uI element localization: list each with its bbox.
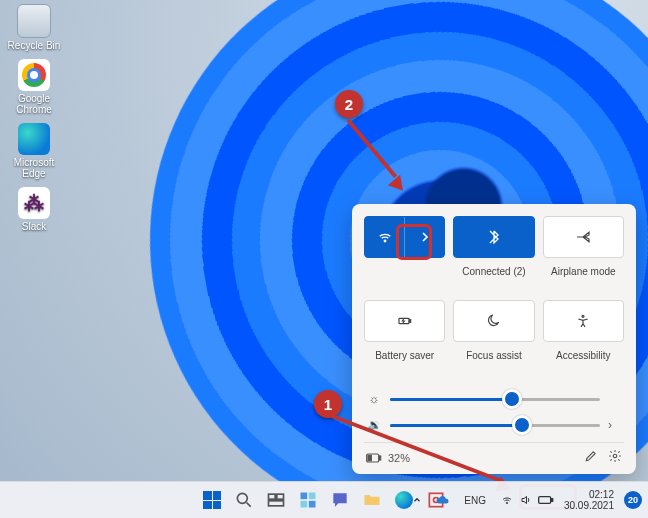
airplane-tile[interactable] [543, 216, 624, 258]
taskview-icon [266, 490, 286, 510]
edge-icon [18, 123, 50, 155]
pencil-icon [584, 449, 598, 463]
battery-percent-label: 32% [388, 452, 410, 464]
svg-rect-11 [269, 501, 284, 506]
svg-rect-6 [368, 455, 371, 460]
accessibility-label: Accessibility [543, 348, 624, 378]
wifi-icon [377, 229, 393, 245]
battery-saver-tile[interactable] [364, 300, 445, 342]
svg-rect-15 [309, 501, 316, 508]
airplane-icon [575, 229, 591, 245]
wifi-label [364, 264, 445, 294]
svg-point-0 [384, 240, 386, 242]
svg-rect-12 [301, 493, 308, 500]
accessibility-tile[interactable] [543, 300, 624, 342]
annotation-badge-2: 2 [335, 90, 363, 118]
desktop-icon-slack[interactable]: ⁂ Slack [6, 187, 62, 232]
svg-rect-13 [309, 493, 316, 500]
desktop-icon-label: Google Chrome [6, 93, 62, 115]
bluetooth-icon [486, 229, 502, 245]
taskbar-search[interactable] [231, 487, 257, 513]
tray-overflow[interactable] [408, 493, 426, 507]
notifications-count: 20 [628, 495, 638, 505]
desktop-icon-label: Slack [22, 221, 46, 232]
gear-icon [608, 449, 622, 463]
focus-assist-label: Focus assist [453, 348, 534, 378]
system-tray[interactable] [496, 492, 558, 508]
svg-rect-14 [301, 501, 308, 508]
widgets-icon [298, 490, 318, 510]
svg-rect-19 [539, 497, 551, 504]
annotation-badge-1: 1 [314, 390, 342, 418]
taskbar-taskview[interactable] [263, 487, 289, 513]
desktop-icon-recycle-bin[interactable]: Recycle Bin [6, 4, 62, 51]
taskbar-clock[interactable]: 02:12 30.09.2021 [564, 489, 614, 511]
svg-point-8 [237, 493, 247, 503]
desktop-icons: Recycle Bin Google Chrome Microsoft Edge… [6, 4, 62, 232]
folder-icon [362, 490, 382, 510]
svg-rect-5 [379, 456, 380, 460]
chevron-right-icon [417, 229, 433, 245]
taskbar-chat[interactable] [327, 487, 353, 513]
battery-saver-label: Battery saver [364, 348, 445, 378]
svg-point-3 [582, 315, 584, 317]
clock-time: 02:12 [564, 489, 614, 500]
wifi-tile[interactable] [364, 216, 445, 258]
bluetooth-tile[interactable] [453, 216, 534, 258]
cloud-icon [436, 495, 450, 505]
svg-point-18 [506, 502, 507, 503]
chrome-icon [18, 59, 50, 91]
volume-expand[interactable]: › [608, 418, 622, 432]
svg-rect-10 [277, 494, 284, 499]
svg-point-7 [613, 454, 617, 458]
windows-logo-icon [203, 491, 221, 509]
moon-icon [486, 313, 502, 329]
chevron-up-icon [412, 495, 422, 505]
tray-language[interactable]: ENG [460, 493, 490, 508]
volume-track[interactable] [390, 424, 600, 427]
brightness-slider[interactable]: ☼ [364, 386, 624, 412]
search-icon [234, 490, 254, 510]
volume-icon [520, 494, 532, 506]
start-button[interactable] [199, 487, 225, 513]
desktop-icon-label: Recycle Bin [8, 40, 61, 51]
desktop-icon-edge[interactable]: Microsoft Edge [6, 123, 62, 179]
settings-button[interactable] [608, 449, 622, 466]
recycle-bin-icon [17, 4, 51, 38]
volume-slider[interactable]: 🔉 › [364, 412, 624, 438]
svg-rect-2 [409, 320, 410, 323]
battery-saver-icon [397, 313, 413, 329]
battery-status-icon [366, 452, 382, 464]
battery-icon [538, 495, 554, 505]
brightness-track[interactable] [390, 398, 600, 401]
focus-assist-tile[interactable] [453, 300, 534, 342]
accessibility-icon [575, 313, 591, 329]
clock-date: 30.09.2021 [564, 500, 614, 511]
taskbar: ENG 02:12 30.09.2021 20 [0, 481, 648, 518]
edit-quick-settings-button[interactable] [584, 449, 598, 466]
taskbar-right: ENG 02:12 30.09.2021 20 [408, 489, 642, 511]
taskbar-widgets[interactable] [295, 487, 321, 513]
svg-rect-9 [269, 494, 276, 499]
wifi-icon [500, 494, 514, 506]
airplane-label: Airplane mode [543, 264, 624, 294]
wifi-toggle[interactable] [365, 217, 404, 257]
notifications-badge[interactable]: 20 [624, 491, 642, 509]
desktop-icon-chrome[interactable]: Google Chrome [6, 59, 62, 115]
quick-settings-panel: Connected (2) Airplane mode Battery save… [352, 204, 636, 474]
brightness-icon: ☼ [366, 392, 382, 406]
taskbar-explorer[interactable] [359, 487, 385, 513]
desktop-icon-label: Microsoft Edge [6, 157, 62, 179]
tray-onedrive[interactable] [432, 493, 454, 507]
slack-icon: ⁂ [18, 187, 50, 219]
svg-rect-20 [551, 499, 552, 502]
wifi-expand-button[interactable] [404, 217, 444, 257]
language-label: ENG [464, 495, 486, 506]
chat-icon [330, 490, 350, 510]
panel-footer: 32% [364, 442, 624, 468]
bluetooth-label: Connected (2) [453, 264, 534, 294]
